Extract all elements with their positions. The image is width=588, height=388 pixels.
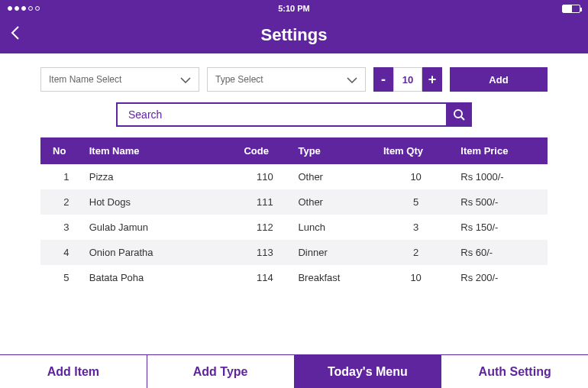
- cell-name: Batata Poha: [83, 265, 238, 290]
- col-header-no: No: [40, 137, 83, 164]
- add-button[interactable]: Add: [450, 67, 548, 92]
- cell-type: Breakfast: [292, 265, 377, 290]
- qty-decrement-button[interactable]: -: [373, 67, 393, 92]
- chevron-down-icon: [180, 73, 191, 86]
- cell-type: Other: [292, 189, 377, 215]
- item-name-select-label: Item Name Select: [49, 74, 121, 85]
- cell-qty: 10: [377, 164, 454, 189]
- table-header-row: No Item Name Code Type Item Qty Item Pri…: [40, 137, 548, 164]
- tab-todays-menu[interactable]: Today's Menu: [295, 355, 442, 388]
- type-select[interactable]: Type Select: [207, 67, 366, 92]
- cell-no: 3: [40, 215, 83, 240]
- cell-price: Rs 1000/-: [454, 164, 548, 189]
- cell-no: 2: [40, 189, 83, 215]
- search-button[interactable]: [446, 102, 472, 127]
- search-icon: [453, 108, 465, 121]
- table-row[interactable]: 3Gulab Jamun112Lunch3Rs 150/-: [40, 215, 548, 240]
- chevron-down-icon: [347, 73, 357, 86]
- cell-no: 4: [40, 240, 83, 265]
- title-bar: Settings: [0, 17, 588, 53]
- cell-type: Dinner: [292, 240, 377, 265]
- tab-auth-setting[interactable]: Auth Setting: [441, 355, 588, 388]
- table-row[interactable]: 1Pizza110Other10Rs 1000/-: [40, 164, 548, 189]
- cell-code: 114: [237, 265, 292, 290]
- col-header-code: Code: [237, 137, 292, 164]
- search-input[interactable]: [116, 102, 446, 127]
- status-time: 5:10 PM: [199, 4, 389, 13]
- cell-name: Gulab Jamun: [83, 215, 238, 240]
- col-header-price: Item Price: [454, 137, 548, 164]
- qty-increment-button[interactable]: +: [422, 67, 442, 92]
- item-name-select[interactable]: Item Name Select: [40, 67, 199, 92]
- qty-input[interactable]: [393, 67, 422, 92]
- cell-code: 111: [237, 189, 292, 215]
- cell-qty: 3: [377, 215, 454, 240]
- tab-add-type[interactable]: Add Type: [147, 355, 295, 388]
- cell-price: Rs 200/-: [454, 265, 548, 290]
- cell-name: Onion Paratha: [83, 240, 238, 265]
- cell-code: 112: [237, 215, 292, 240]
- col-header-name: Item Name: [83, 137, 238, 164]
- cell-qty: 5: [377, 189, 454, 215]
- col-header-qty: Item Qty: [377, 137, 454, 164]
- items-table: No Item Name Code Type Item Qty Item Pri…: [40, 137, 548, 290]
- cell-type: Lunch: [292, 215, 377, 240]
- svg-point-0: [454, 110, 462, 118]
- table-row[interactable]: 2Hot Dogs111Other5Rs 500/-: [40, 189, 548, 215]
- cell-name: Hot Dogs: [83, 189, 238, 215]
- quantity-stepper: - +: [373, 67, 442, 92]
- cell-no: 5: [40, 265, 83, 290]
- table-row[interactable]: 5Batata Poha114Breakfast10Rs 200/-: [40, 265, 548, 290]
- cell-price: Rs 60/-: [454, 240, 548, 265]
- cell-code: 110: [237, 164, 292, 189]
- table-row[interactable]: 4Onion Paratha113Dinner2Rs 60/-: [40, 240, 548, 265]
- cell-no: 1: [40, 164, 83, 189]
- cell-price: Rs 500/-: [454, 189, 548, 215]
- cell-qty: 2: [377, 240, 454, 265]
- status-bar: 5:10 PM: [0, 0, 588, 17]
- bottom-tab-bar: Add Item Add Type Today's Menu Auth Sett…: [0, 354, 588, 388]
- cell-name: Pizza: [83, 164, 238, 189]
- type-select-label: Type Select: [215, 74, 263, 85]
- battery-icon: [562, 5, 580, 13]
- svg-line-1: [461, 117, 464, 120]
- tab-add-item[interactable]: Add Item: [0, 355, 147, 388]
- cell-price: Rs 150/-: [454, 215, 548, 240]
- cell-code: 113: [237, 240, 292, 265]
- cell-type: Other: [292, 164, 377, 189]
- signal-dots: [8, 6, 199, 11]
- page-title: Settings: [0, 25, 588, 45]
- col-header-type: Type: [292, 137, 377, 164]
- cell-qty: 10: [377, 265, 454, 290]
